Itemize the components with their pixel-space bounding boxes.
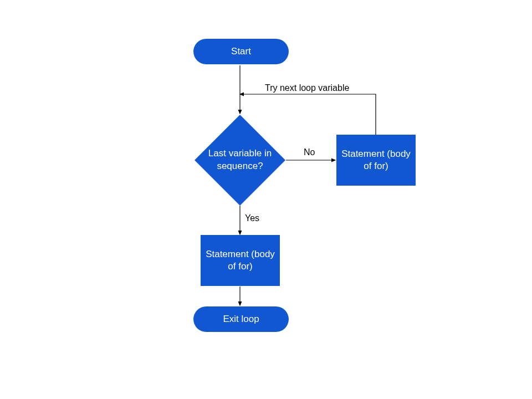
- start-node: Start: [193, 39, 289, 64]
- body-no-label: Statement (body of for): [341, 148, 411, 172]
- start-label: Start: [231, 45, 251, 58]
- exit-label: Exit loop: [223, 313, 259, 325]
- edge-label-loop: Try next loop variable: [264, 83, 350, 93]
- decision-label: Last variable in sequence?: [195, 147, 285, 173]
- decision-node: Last variable in sequence?: [208, 128, 272, 192]
- body-yes-label: Statement (body of for): [205, 248, 275, 273]
- body-yes-node: Statement (body of for): [201, 235, 280, 286]
- body-no-node: Statement (body of for): [336, 135, 416, 186]
- edge-label-yes: Yes: [244, 213, 260, 223]
- exit-node: Exit loop: [193, 306, 289, 332]
- edge-label-no: No: [303, 147, 316, 157]
